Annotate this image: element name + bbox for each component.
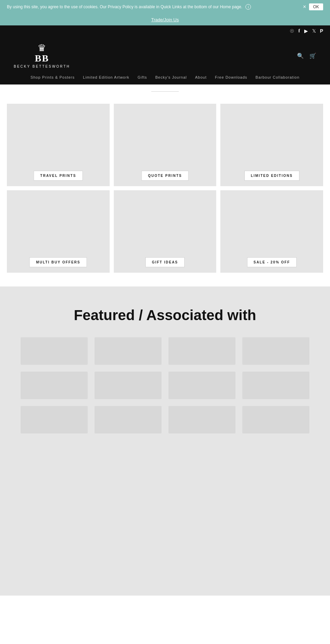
- product-label-limited-editions: LIMITED EDITIONS: [244, 171, 299, 181]
- featured-logo-12: [242, 406, 309, 433]
- featured-logo-4: [242, 337, 309, 365]
- header-actions: 🔍 🛒: [297, 53, 316, 59]
- main-nav: Shop Prints & Posters Limited Edition Ar…: [0, 72, 330, 84]
- product-label-wrap-limited-editions: LIMITED EDITIONS: [244, 171, 299, 181]
- featured-title: Featured / Associated with: [7, 307, 323, 324]
- privacy-link[interactable]: Privacy Policy: [108, 4, 134, 9]
- featured-section: Featured / Associated with: [0, 286, 330, 596]
- nav-barbour[interactable]: Barbour Collaboration: [255, 75, 299, 79]
- product-label-quote-prints: QUOTE PRINTS: [141, 171, 188, 181]
- hero-divider: [151, 91, 179, 92]
- featured-logo-2: [95, 337, 162, 365]
- product-label-multi-buy: MULTI BUY OFFERS: [30, 257, 87, 267]
- product-grid: TRAVEL PRINTS QUOTE PRINTS LIMITED EDITI…: [7, 104, 323, 273]
- product-card-sale[interactable]: SALE - 20% OFF: [220, 190, 323, 273]
- header-inner: ♛ BB BECKY BETTESWORTH 🔍 🛒: [0, 43, 330, 68]
- nav-limited-edition[interactable]: Limited Edition Artwork: [83, 75, 129, 79]
- featured-logo-3: [168, 337, 235, 365]
- facebook-icon[interactable]: f: [298, 28, 300, 34]
- product-label-wrap-quote-prints: QUOTE PRINTS: [141, 171, 188, 181]
- nav-journal[interactable]: Becky's Journal: [155, 75, 187, 79]
- instagram-icon[interactable]: ☉: [290, 28, 294, 34]
- product-label-travel-prints: TRAVEL PRINTS: [34, 171, 83, 181]
- logo-bb: BB: [14, 53, 70, 64]
- cookie-banner: By using this site, you agree to the use…: [0, 0, 330, 14]
- nav-gifts[interactable]: Gifts: [138, 75, 147, 79]
- search-icon[interactable]: 🔍: [297, 53, 304, 59]
- pinterest-icon[interactable]: P: [320, 28, 323, 34]
- featured-logo-1: [21, 337, 88, 365]
- header: ♛ BB BECKY BETTESWORTH 🔍 🛒: [0, 36, 330, 72]
- twitter-icon[interactable]: 𝕏: [312, 28, 316, 34]
- cookie-ok-button[interactable]: OK: [309, 3, 323, 10]
- product-card-gift-ideas[interactable]: GIFT IDEAS: [114, 190, 217, 273]
- product-label-wrap-travel-prints: TRAVEL PRINTS: [34, 171, 83, 181]
- youtube-icon[interactable]: ▶: [304, 28, 308, 34]
- trade-join-link[interactable]: Trade/Join Us: [151, 17, 179, 22]
- social-bar: ☉ f ▶ 𝕏 P: [0, 25, 330, 36]
- product-label-wrap-sale: SALE - 20% OFF: [247, 257, 296, 267]
- product-label-sale: SALE - 20% OFF: [247, 257, 296, 267]
- cookie-message: By using this site, you agree to the use…: [7, 4, 303, 10]
- logo-area[interactable]: ♛ BB BECKY BETTESWORTH: [14, 43, 70, 68]
- featured-logo-8: [242, 372, 309, 399]
- logo-crown-icon: ♛: [14, 43, 70, 53]
- featured-logo-5: [21, 372, 88, 399]
- featured-logos-grid: [7, 337, 323, 433]
- product-card-quote-prints[interactable]: QUOTE PRINTS: [114, 104, 217, 186]
- cookie-actions: × OK: [303, 3, 323, 10]
- product-label-wrap-multi-buy: MULTI BUY OFFERS: [30, 257, 87, 267]
- product-grid-section: TRAVEL PRINTS QUOTE PRINTS LIMITED EDITI…: [0, 97, 330, 286]
- featured-logo-9: [21, 406, 88, 433]
- product-label-wrap-gift-ideas: GIFT IDEAS: [145, 257, 185, 267]
- product-card-limited-editions[interactable]: LIMITED EDITIONS: [220, 104, 323, 186]
- cookie-close-button[interactable]: ×: [303, 4, 306, 10]
- product-card-multi-buy[interactable]: MULTI BUY OFFERS: [7, 190, 110, 273]
- featured-logo-10: [95, 406, 162, 433]
- featured-logo-11: [168, 406, 235, 433]
- hero-section: [0, 84, 330, 97]
- nav-free-downloads[interactable]: Free Downloads: [215, 75, 247, 79]
- featured-logo-6: [95, 372, 162, 399]
- cookie-info-icon[interactable]: i: [245, 4, 251, 10]
- cart-icon[interactable]: 🛒: [309, 53, 316, 59]
- brand-name: BECKY BETTESWORTH: [14, 65, 70, 68]
- nav-about[interactable]: About: [195, 75, 207, 79]
- product-label-gift-ideas: GIFT IDEAS: [145, 257, 185, 267]
- trade-banner: Trade/Join Us: [0, 14, 330, 25]
- product-card-travel-prints[interactable]: TRAVEL PRINTS: [7, 104, 110, 186]
- featured-logo-7: [168, 372, 235, 399]
- nav-shop-prints[interactable]: Shop Prints & Posters: [31, 75, 75, 79]
